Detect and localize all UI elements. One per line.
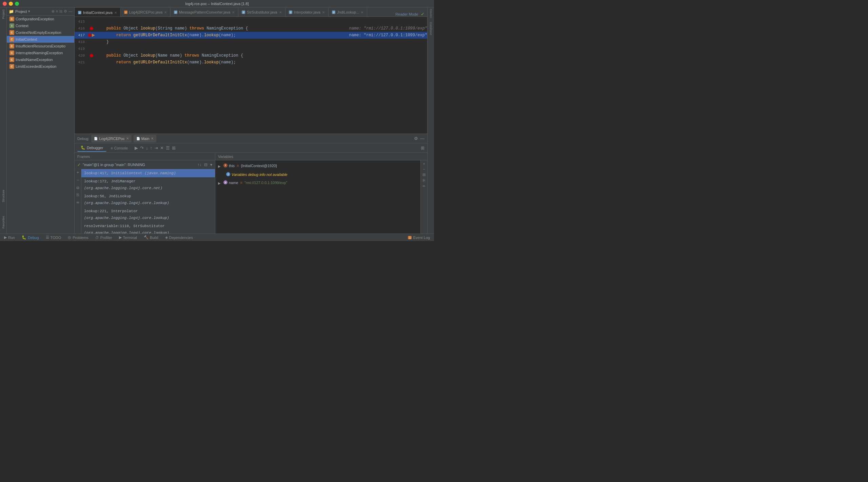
resume-icon[interactable]: ▶	[135, 145, 138, 150]
var-name: name	[229, 179, 238, 186]
frames-icon[interactable]: ☰	[166, 145, 170, 150]
frame-package: (org.apache.logging.log4j.core.lookup)	[84, 231, 169, 234]
frame-item-4[interactable]: resolveVariable:1110, StrSubstitutor (or…	[81, 222, 215, 234]
tab-console-label: Console	[114, 146, 128, 150]
class-icon: C	[9, 44, 14, 48]
tree-item-insufficientresources[interactable]: C InsufficientResourcesExceptio	[7, 43, 74, 49]
step-over-icon[interactable]: ↷	[140, 145, 144, 150]
gutter-416[interactable]	[88, 27, 95, 30]
scroll-icon[interactable]: ≡	[56, 9, 58, 14]
var-name: this	[229, 162, 235, 169]
breakpoint-dot[interactable]	[90, 54, 93, 57]
frame-item-1[interactable]: lookup:172, JndiManager (org.apache.logg…	[81, 177, 215, 192]
var-item-name[interactable]: ▶ p name = "rmi://127.0.0.1:1099/exp"	[215, 179, 420, 187]
step-out-icon[interactable]: ↑	[150, 145, 153, 150]
expand-icon[interactable]: ▶	[218, 163, 222, 170]
variables-title: Variables	[218, 155, 233, 159]
tab-close-icon[interactable]: ✕	[164, 11, 167, 14]
dependencies-button[interactable]: ◈ Dependencies	[164, 234, 194, 241]
debug-session-main[interactable]: 📄 Main ✕	[134, 135, 156, 142]
check-icon[interactable]: ✓	[421, 12, 425, 17]
plus-icon[interactable]: +	[75, 170, 81, 176]
variables-grid-icon[interactable]: ⊞	[172, 145, 176, 150]
tab-close-icon[interactable]: ✕	[114, 11, 117, 15]
filter-frames-icon[interactable]: ⊟	[75, 185, 81, 191]
remove-watch-icon[interactable]: −	[423, 167, 425, 171]
project-dropdown-icon[interactable]: ▾	[28, 9, 30, 14]
debug-session-close-icon[interactable]: ✕	[151, 137, 154, 140]
tab-strsubstitutor[interactable]: J StrSubstitutor.java ✕	[238, 8, 285, 17]
sort-icon[interactable]: ↑↓	[197, 162, 201, 167]
copy-value-icon[interactable]: ⎘	[423, 178, 425, 182]
debug-button[interactable]: 🐛 Debug	[20, 234, 40, 241]
maximize-button[interactable]	[15, 2, 19, 6]
debug-session-log4j[interactable]: 📄 Log4j2RCEPoc ✕	[91, 135, 131, 142]
evaluate-icon[interactable]: ✕	[160, 145, 164, 150]
close-button[interactable]	[3, 2, 7, 6]
locate-icon[interactable]: ⊕	[52, 9, 55, 14]
tab-initialcontext[interactable]: J InitialContext.java ✕	[75, 8, 121, 17]
problems-button[interactable]: ◎ Problems	[66, 234, 90, 241]
terminal-button[interactable]: ▶ Terminal	[118, 234, 139, 241]
collapse-icon[interactable]: ⊟	[59, 9, 62, 14]
more-icon[interactable]: ▾	[210, 162, 212, 167]
todo-button[interactable]: ☰ TODO	[44, 234, 63, 241]
maven-icon[interactable]: Maven	[429, 9, 433, 18]
settings-vars-icon[interactable]: ∞	[423, 184, 426, 188]
filter-vars-icon[interactable]: ⊟	[422, 173, 426, 177]
expand-icon[interactable]: ▶	[218, 180, 222, 187]
tab-close-icon[interactable]: ✕	[322, 11, 325, 14]
frame-item-2[interactable]: lookup:56, JndiLookup (org.apache.loggin…	[81, 192, 215, 207]
tab-close-icon[interactable]: ✕	[279, 11, 282, 14]
class-icon: C	[9, 57, 14, 62]
profiler-button[interactable]: ⏱ Profiler	[94, 234, 114, 241]
settings-icon[interactable]: ⚙	[64, 9, 67, 14]
tab-jndilookup[interactable]: J JndiLookup... ✕	[329, 8, 367, 17]
frame-item-0[interactable]: lookup:417, InitialContext (javax.naming…	[81, 169, 215, 177]
gutter-417[interactable]	[88, 34, 95, 37]
minus-icon[interactable]: −	[75, 177, 81, 183]
sidebar-item-favorites[interactable]: Favorites	[2, 215, 5, 229]
tab-debugger[interactable]: 🐛 Debugger	[77, 144, 106, 152]
copy-icon[interactable]: ⎘	[75, 192, 81, 198]
todo-icon: ☰	[46, 235, 49, 240]
build-button[interactable]: 🔨 Build	[142, 234, 159, 241]
tab-console[interactable]: ≡ Console	[107, 144, 131, 152]
reader-mode-button[interactable]: Reader Mode	[395, 12, 418, 16]
tab-close-icon[interactable]: ✕	[361, 11, 363, 14]
breakpoint-dot[interactable]	[88, 34, 91, 37]
hide-icon[interactable]: —	[68, 9, 72, 14]
tree-item-interruptednaming[interactable]: C InterruptedNamingException	[7, 49, 74, 56]
code-editor[interactable]: 415 416 public Object lookup(String name…	[75, 17, 427, 134]
run-button[interactable]: ▶ Run	[3, 234, 16, 241]
frames-header: Frames	[75, 153, 215, 160]
infinity-icon[interactable]: ∞	[75, 200, 81, 206]
add-watch-icon[interactable]: +	[423, 162, 425, 166]
sidebar-item-project[interactable]: Project	[2, 9, 5, 20]
run-to-cursor-icon[interactable]: ⇥	[154, 145, 158, 150]
tab-messagepatternconverter[interactable]: J MessagePatternConverter.java ✕	[171, 8, 238, 17]
tree-item-invalidname[interactable]: C InvalidNameException	[7, 56, 74, 63]
debug-session-close-icon[interactable]: ✕	[126, 137, 129, 140]
layout-icon[interactable]: ⊞	[421, 145, 425, 150]
tree-item-context[interactable]: I Context	[7, 22, 74, 29]
event-log-button[interactable]: 1 Event Log	[407, 234, 431, 241]
minimize-panel-icon[interactable]: —	[420, 136, 425, 141]
tree-item-contextnotempty[interactable]: C ContextNotEmptyException	[7, 29, 74, 36]
step-into-icon[interactable]: ↓	[146, 145, 148, 150]
tree-item-configurationexception[interactable]: C ConfigurationException	[7, 16, 74, 22]
gutter-420[interactable]	[88, 54, 95, 57]
filter-icon[interactable]: ⊟	[204, 162, 208, 167]
sidebar-item-structure[interactable]: Structure	[2, 189, 5, 203]
tree-item-limitexceeded[interactable]: C LimitExceededException	[7, 63, 74, 70]
tree-item-initialcontext[interactable]: C InitialContext	[7, 36, 74, 43]
tab-close-icon[interactable]: ✕	[232, 11, 235, 14]
database-icon[interactable]: Database	[429, 22, 433, 35]
breakpoint-dot[interactable]	[90, 27, 93, 30]
tab-log4j2rcepoc[interactable]: J Log4j2RCEPoc.java ✕	[121, 8, 171, 17]
tab-interpolator[interactable]: J Interpolator.java ✕	[285, 8, 329, 17]
minimize-button[interactable]	[9, 2, 13, 6]
frame-item-3[interactable]: lookup:221, Interpolator (org.apache.log…	[81, 207, 215, 222]
var-item-this[interactable]: ▶ t this = {InitialContext@1920}	[215, 162, 420, 170]
settings-icon[interactable]: ⚙	[414, 136, 418, 141]
